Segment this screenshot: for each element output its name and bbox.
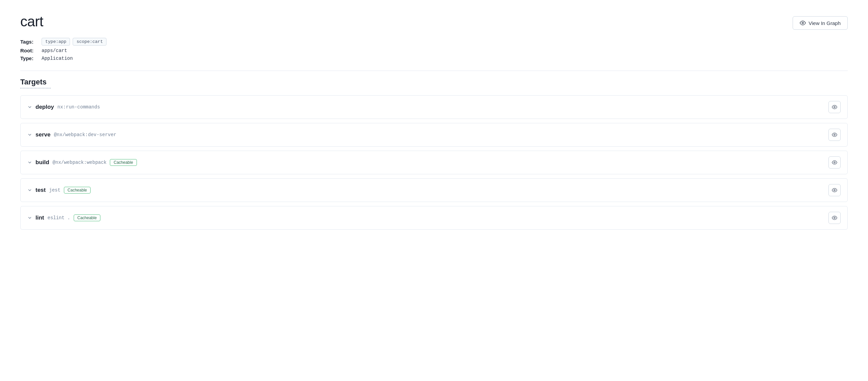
svg-point-5 [834,217,835,219]
target-name-serve: serve [35,131,50,138]
meta-section: Tags: type:app scope:cart Root: apps/car… [20,38,848,61]
type-label: Type: [20,55,39,61]
target-item-serve[interactable]: serve @nx/webpack:dev-server [20,123,848,147]
target-name-deploy: deploy [35,104,54,110]
target-left-test: test jest Cacheable [27,187,91,194]
eye-icon [800,20,806,26]
target-item-deploy[interactable]: deploy nx:run-commands [20,95,848,119]
target-eye-icon-lint [832,215,837,221]
target-eye-icon-deploy [832,104,837,110]
cacheable-badge-lint: Cacheable [74,214,100,221]
root-value: apps/cart [42,48,67,53]
target-executor-test: jest [49,187,61,193]
svg-point-0 [802,22,804,24]
tag-type-app: type:app [42,38,70,46]
tag-scope-cart: scope:cart [73,38,106,46]
chevron-icon-test [27,188,32,193]
page-header: cart View In Graph [20,14,848,30]
chevron-icon-serve [27,132,32,137]
chevron-icon-lint [27,215,32,220]
tags-row: Tags: type:app scope:cart [20,38,848,46]
svg-point-2 [834,134,835,135]
chevron-icon-build [27,160,32,165]
targets-underline [20,88,51,88]
target-left-lint: lint eslint . Cacheable [27,214,100,221]
svg-point-4 [834,189,835,191]
chevron-icon-deploy [27,105,32,109]
type-value: Application [42,56,73,61]
target-item-lint[interactable]: lint eslint . Cacheable [20,206,848,230]
target-eye-icon-test [832,187,837,193]
targets-title: Targets [20,78,848,86]
target-left-build: build @nx/webpack:webpack Cacheable [27,159,137,166]
svg-point-3 [834,162,835,163]
cacheable-badge-build: Cacheable [110,159,137,166]
tags-label: Tags: [20,39,39,45]
target-eye-icon-build [832,160,837,165]
target-name-build: build [35,159,49,166]
view-in-graph-button[interactable]: View In Graph [793,16,848,30]
target-item-test[interactable]: test jest Cacheable [20,178,848,202]
target-item-build[interactable]: build @nx/webpack:webpack Cacheable [20,151,848,174]
target-executor-lint: eslint . [48,215,70,221]
root-row: Root: apps/cart [20,48,848,53]
page-title: cart [20,14,43,30]
root-label: Root: [20,48,39,53]
target-name-test: test [35,187,46,194]
tags-container: type:app scope:cart [42,38,106,46]
targets-section: Targets deploy nx:run-commands [20,78,848,230]
type-row: Type: Application [20,55,848,61]
target-executor-deploy: nx:run-commands [57,104,100,110]
target-eye-button-serve[interactable] [828,129,841,141]
target-eye-button-deploy[interactable] [828,101,841,113]
target-eye-icon-serve [832,132,837,137]
target-eye-button-lint[interactable] [828,212,841,224]
view-in-graph-label: View In Graph [809,20,841,26]
target-eye-button-build[interactable] [828,156,841,169]
target-executor-build: @nx/webpack:webpack [53,160,107,165]
target-left-deploy: deploy nx:run-commands [27,104,100,110]
target-executor-serve: @nx/webpack:dev-server [54,132,116,137]
divider [20,71,848,71]
target-name-lint: lint [35,214,44,221]
cacheable-badge-test: Cacheable [64,187,91,194]
target-eye-button-test[interactable] [828,184,841,196]
target-left-serve: serve @nx/webpack:dev-server [27,131,116,138]
svg-point-1 [834,106,835,108]
